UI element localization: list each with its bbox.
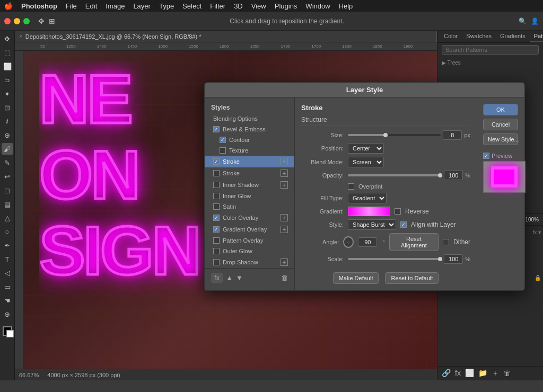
style-drop-shadow[interactable]: Drop Shadow + <box>205 256 294 268</box>
opacity-input[interactable] <box>444 171 463 180</box>
preview-checkbox[interactable]: ✓ <box>483 153 489 159</box>
texture-checkbox[interactable] <box>220 147 226 154</box>
pattern-overlay-checkbox[interactable] <box>213 237 220 244</box>
align-layer-checkbox[interactable]: ✓ <box>400 221 407 228</box>
reset-to-default-button[interactable]: Reset to Default <box>385 272 439 284</box>
new-layer-btn[interactable]: ＋ <box>492 369 499 378</box>
blur-tool[interactable]: △ <box>2 212 13 224</box>
tab-patterns[interactable]: Patterns <box>530 31 543 42</box>
menu-window[interactable]: Window <box>305 2 330 10</box>
maximize-button[interactable] <box>23 18 30 24</box>
style-pattern-overlay[interactable]: Pattern Overlay <box>205 235 294 246</box>
stroke-add-icon[interactable]: + <box>281 158 288 165</box>
style-color-overlay[interactable]: ✓ Color Overlay + <box>205 212 294 224</box>
delete-style-icon[interactable]: 🗑 <box>281 274 288 282</box>
account-icon[interactable]: 👤 <box>531 17 539 25</box>
menu-view[interactable]: View <box>251 2 266 10</box>
color-overlay-add-icon[interactable]: + <box>281 214 288 221</box>
menu-file[interactable]: File <box>66 2 77 10</box>
style-inner-glow[interactable]: Inner Glow <box>205 191 294 201</box>
style-satin[interactable]: Satin <box>205 201 294 212</box>
layer-fx-icon[interactable]: fx ▾ <box>532 229 541 235</box>
artboard-tool[interactable]: ⬚ <box>2 47 13 58</box>
move-icon[interactable]: ✥ <box>38 17 45 25</box>
path-tool[interactable]: ◁ <box>2 267 13 279</box>
menu-type[interactable]: Type <box>159 2 174 10</box>
marquee-tool[interactable]: ⬜ <box>2 60 13 72</box>
add-mask-btn[interactable]: ⬜ <box>465 369 474 378</box>
stroke-active-checkbox[interactable]: ✓ <box>213 158 220 165</box>
dodge-tool[interactable]: ○ <box>2 226 13 237</box>
crop-tool[interactable]: ⊡ <box>2 102 13 113</box>
menu-filter[interactable]: Filter <box>210 2 225 10</box>
scale-slider[interactable] <box>348 258 442 260</box>
move-up-icon[interactable]: ▲ <box>226 274 233 282</box>
zoom-tool[interactable]: ⊕ <box>2 308 13 320</box>
menu-3d[interactable]: 3D <box>234 2 243 10</box>
tab-color[interactable]: Color <box>440 31 462 42</box>
hand-tool[interactable]: ☚ <box>2 295 13 306</box>
fx-icon[interactable]: fx <box>211 273 223 283</box>
style-outer-glow[interactable]: Outer Glow <box>205 246 294 256</box>
search-icon[interactable]: 🔍 <box>519 17 527 25</box>
pen-tool[interactable]: ✒ <box>2 239 13 251</box>
blending-options-item[interactable]: Blending Options <box>205 113 294 124</box>
close-button[interactable] <box>4 18 11 24</box>
new-group-btn[interactable]: 📁 <box>478 369 487 378</box>
angle-dial[interactable]: ○ <box>343 236 354 248</box>
menu-help[interactable]: Help <box>339 2 353 10</box>
style-bevel-emboss[interactable]: ✓ Bevel & Emboss <box>205 124 294 135</box>
tab-close-icon[interactable]: × <box>19 33 22 39</box>
style-select[interactable]: Shape Burst Linear Radial <box>348 219 396 230</box>
make-default-button[interactable]: Make Default <box>333 272 379 284</box>
menu-image[interactable]: Image <box>106 2 125 10</box>
history-brush[interactable]: ↩ <box>2 171 13 182</box>
gradient-overlay-checkbox[interactable]: ✓ <box>213 226 220 233</box>
search-input[interactable] <box>442 45 539 55</box>
stroke-checkbox[interactable] <box>213 170 220 176</box>
stroke2-add-icon[interactable]: + <box>281 170 288 177</box>
overprint-checkbox[interactable] <box>348 183 354 190</box>
gradient-overlay-add-icon[interactable]: + <box>281 226 288 233</box>
inner-shadow-checkbox[interactable] <box>213 182 220 188</box>
fill-type-select[interactable]: Gradient Color Pattern <box>348 193 387 203</box>
magic-wand-tool[interactable]: ✦ <box>2 88 13 100</box>
angle-input[interactable] <box>358 237 377 247</box>
menu-plugins[interactable]: Plugins <box>275 2 297 10</box>
position-select[interactable]: Center Inside Outside <box>348 143 384 154</box>
outer-glow-checkbox[interactable] <box>213 248 220 254</box>
gradient-tool[interactable]: ▤ <box>2 198 13 210</box>
style-inner-shadow[interactable]: Inner Shadow + <box>205 179 294 191</box>
new-style-button[interactable]: New Style... <box>483 133 518 145</box>
drop-shadow-add-icon[interactable]: + <box>281 259 288 266</box>
inner-shadow-add-icon[interactable]: + <box>281 181 288 189</box>
ok-button[interactable]: OK <box>483 104 518 115</box>
type-tool[interactable]: T <box>2 253 13 265</box>
menu-photoshop[interactable]: Photoshop <box>21 2 57 10</box>
inner-glow-checkbox[interactable] <box>213 193 220 199</box>
menu-edit[interactable]: Edit <box>85 2 97 10</box>
add-style-btn[interactable]: fx <box>455 369 461 378</box>
opacity-slider-thumb[interactable] <box>438 173 442 177</box>
opacity-slider[interactable] <box>348 174 442 176</box>
link-layers-btn[interactable]: 🔗 <box>442 369 451 378</box>
stamp-tool[interactable]: ✎ <box>2 157 13 168</box>
bevel-emboss-checkbox[interactable]: ✓ <box>213 126 220 132</box>
gradient-swatch[interactable] <box>348 207 390 216</box>
size-input[interactable] <box>443 130 462 140</box>
style-contour[interactable]: ✓ Contour <box>205 135 294 145</box>
size-slider[interactable] <box>348 134 441 136</box>
scale-input[interactable] <box>444 254 463 264</box>
move-tool[interactable]: ✥ <box>2 33 13 44</box>
cancel-button[interactable]: Cancel <box>483 119 518 130</box>
canvas-tab[interactable]: × Depositphotos_306174192_XL.jpg @ 66.7%… <box>15 31 437 42</box>
eraser-tool[interactable]: ◻ <box>2 184 13 196</box>
apple-icon[interactable]: 🍎 <box>4 2 13 10</box>
menu-layer[interactable]: Layer <box>133 2 151 10</box>
drop-shadow-checkbox[interactable] <box>213 259 220 265</box>
lasso-tool[interactable]: ⊃ <box>2 74 13 86</box>
blend-mode-select[interactable]: Screen Normal Multiply <box>348 157 384 167</box>
style-stroke[interactable]: Stroke + <box>205 167 294 179</box>
tab-gradients[interactable]: Gradients <box>496 31 530 42</box>
size-slider-thumb[interactable] <box>383 133 388 137</box>
